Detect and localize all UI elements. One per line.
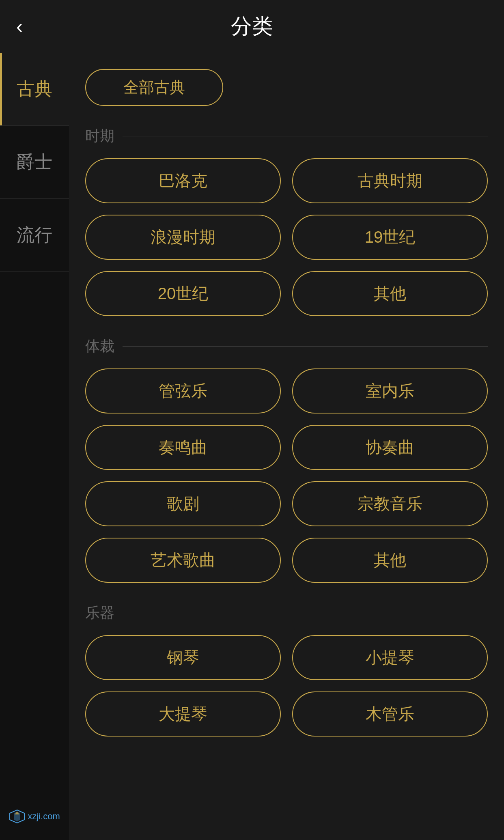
genre-btn-other[interactable]: 其他 (292, 538, 488, 583)
content-area: 全部古典 时期 巴洛克 古典时期 浪漫时期 19世纪 20世纪 其他 体裁 (69, 53, 504, 840)
sidebar-item-label: 古典 (17, 77, 52, 101)
genre-button-grid: 管弦乐 室内乐 奏鸣曲 协奏曲 歌剧 宗教音乐 艺术歌曲 其他 (85, 368, 488, 583)
instrument-button-grid: 钢琴 小提琴 大提琴 木管乐 (85, 635, 488, 737)
section-instrument-label: 乐器 (85, 603, 114, 623)
period-btn-romantic[interactable]: 浪漫时期 (85, 215, 281, 260)
logo-icon (9, 809, 25, 824)
genre-btn-sonata[interactable]: 奏鸣曲 (85, 425, 281, 470)
period-btn-baroque[interactable]: 巴洛克 (85, 158, 281, 203)
section-genre-divider (123, 346, 488, 347)
period-btn-19c[interactable]: 19世纪 (292, 215, 488, 260)
all-classical-button[interactable]: 全部古典 (85, 69, 223, 106)
section-period-label: 时期 (85, 126, 114, 146)
genre-btn-opera[interactable]: 歌剧 (85, 481, 281, 526)
instrument-btn-cello[interactable]: 大提琴 (85, 691, 281, 737)
section-genre-label: 体裁 (85, 336, 114, 356)
all-button-row: 全部古典 (85, 69, 488, 106)
instrument-btn-piano[interactable]: 钢琴 (85, 635, 281, 680)
main-layout: 古典 爵士 流行 xzji.com 全部古典 (0, 53, 504, 840)
genre-btn-chamber[interactable]: 室内乐 (292, 368, 488, 414)
sidebar-item-gudiian[interactable]: 古典 (0, 53, 69, 126)
sidebar: 古典 爵士 流行 xzji.com (0, 53, 69, 840)
genre-btn-religious[interactable]: 宗教音乐 (292, 481, 488, 526)
back-button[interactable]: ‹ (16, 17, 23, 36)
header: ‹ 分类 (0, 0, 504, 53)
section-genre: 体裁 管弦乐 室内乐 奏鸣曲 协奏曲 歌剧 宗教音乐 艺术歌曲 其他 (85, 336, 488, 583)
period-button-grid: 巴洛克 古典时期 浪漫时期 19世纪 20世纪 其他 (85, 158, 488, 316)
sidebar-logo: xzji.com (0, 793, 69, 840)
section-period-divider (123, 136, 488, 136)
period-btn-20c[interactable]: 20世纪 (85, 271, 281, 316)
section-genre-header: 体裁 (85, 336, 488, 356)
instrument-btn-woodwind[interactable]: 木管乐 (292, 691, 488, 737)
genre-btn-orchestral[interactable]: 管弦乐 (85, 368, 281, 414)
section-instrument: 乐器 钢琴 小提琴 大提琴 木管乐 (85, 603, 488, 737)
genre-btn-concerto[interactable]: 协奏曲 (292, 425, 488, 470)
period-btn-other[interactable]: 其他 (292, 271, 488, 316)
logo-text: xzji.com (28, 811, 60, 822)
instrument-btn-violin[interactable]: 小提琴 (292, 635, 488, 680)
sidebar-item-jueshi[interactable]: 爵士 (0, 126, 69, 199)
sidebar-item-liuxing[interactable]: 流行 (0, 199, 69, 272)
section-instrument-header: 乐器 (85, 603, 488, 623)
period-btn-classical[interactable]: 古典时期 (292, 158, 488, 203)
section-period: 时期 巴洛克 古典时期 浪漫时期 19世纪 20世纪 其他 (85, 126, 488, 316)
section-instrument-divider (123, 613, 488, 613)
sidebar-item-label: 爵士 (17, 150, 52, 174)
genre-btn-artsong[interactable]: 艺术歌曲 (85, 538, 281, 583)
sidebar-item-label: 流行 (17, 223, 52, 247)
section-period-header: 时期 (85, 126, 488, 146)
page-title: 分类 (231, 12, 273, 41)
